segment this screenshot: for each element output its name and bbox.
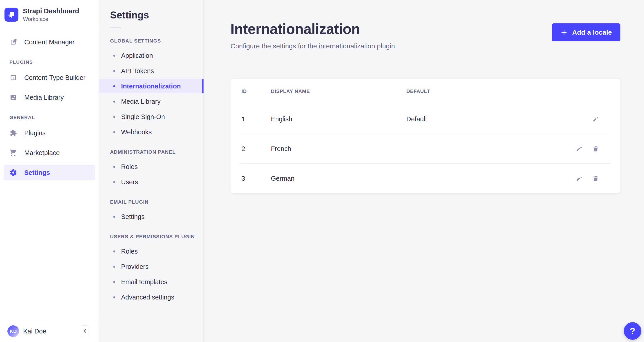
nav-section-label-plugins: PLUGINS xyxy=(4,59,95,65)
mainnav-sections: Content ManagerPLUGINSContent-Type Build… xyxy=(0,29,98,320)
brand-header: Strapi Dashboard Workplace xyxy=(0,0,98,29)
subnav-item-label: Internationalization xyxy=(121,83,181,90)
column-header-default: DEFAULT xyxy=(406,88,576,94)
sidebar-item-marketplace[interactable]: Marketplace xyxy=(4,145,95,161)
settings-gear-icon xyxy=(10,169,17,177)
subnav-item-label: Settings xyxy=(121,213,145,221)
content-manager-icon xyxy=(10,38,17,46)
subnav-section-label-users-permissions-plugin: USERS & PERMISSIONS PLUGIN xyxy=(99,234,204,240)
subnav-item-roles[interactable]: Roles xyxy=(99,159,204,174)
subnav-item-label: Users xyxy=(121,179,138,186)
sidebar-item-content-manager[interactable]: Content Manager xyxy=(4,34,95,50)
subnav-sections: GLOBAL SETTINGSApplicationAPI TokensInte… xyxy=(99,38,204,304)
subnav-item-internationalization[interactable]: Internationalization xyxy=(99,79,204,93)
subnav-item-label: Media Library xyxy=(121,98,160,105)
subnav-item-label: API Tokens xyxy=(121,67,154,75)
content-type-builder-icon xyxy=(10,74,17,81)
cell-id: 3 xyxy=(242,175,271,182)
bullet-icon xyxy=(113,85,115,87)
bullet-icon xyxy=(113,166,115,168)
table-body: 1EnglishDefault2French3German xyxy=(230,104,620,193)
subnav-item-webhooks[interactable]: Webhooks xyxy=(99,125,204,139)
brand-text: Strapi Dashboard Workplace xyxy=(23,7,79,22)
subnav-item-users[interactable]: Users xyxy=(99,175,204,189)
delete-german-button[interactable] xyxy=(592,175,599,182)
subnav-item-application[interactable]: Application xyxy=(99,48,204,63)
column-header-id: ID xyxy=(242,88,271,94)
subnav-item-roles[interactable]: Roles xyxy=(99,244,204,259)
cell-actions xyxy=(576,116,599,122)
cell-actions xyxy=(576,175,599,182)
bullet-icon xyxy=(113,131,115,133)
collapse-sidebar-button[interactable] xyxy=(81,325,90,337)
app-window: Strapi Dashboard Workplace Content Manag… xyxy=(0,0,644,342)
bullet-icon xyxy=(113,216,115,218)
add-locale-button[interactable]: Add a locale xyxy=(552,23,620,41)
table-row: 1EnglishDefault xyxy=(230,104,620,134)
bullet-icon xyxy=(113,296,115,298)
table-row: 2French xyxy=(230,134,620,163)
subnav-item-media-library[interactable]: Media Library xyxy=(99,94,204,109)
cell-actions xyxy=(576,145,599,152)
subnav-item-label: Roles xyxy=(121,163,138,170)
cell-display-name: German xyxy=(271,175,406,182)
subnav-item-single-sign-on[interactable]: Single Sign-On xyxy=(99,110,204,124)
marketplace-icon xyxy=(10,149,17,156)
subnav-item-label: Advanced settings xyxy=(121,294,174,301)
table-header: IDDISPLAY NAMEDEFAULT xyxy=(230,79,620,104)
user-name: Kai Doe xyxy=(23,327,46,335)
cell-default: Default xyxy=(406,115,576,123)
subnav-item-advanced-settings[interactable]: Advanced settings xyxy=(99,290,204,304)
edit-french-button[interactable] xyxy=(576,145,582,152)
subnav-item-label: Roles xyxy=(121,248,138,255)
sidebar-item-label: Media Library xyxy=(24,94,64,101)
table-row: 3German xyxy=(230,164,620,193)
sidebar-item-settings[interactable]: Settings xyxy=(4,165,95,181)
sidebar-item-plugins[interactable]: Plugins xyxy=(4,125,95,141)
subnav-item-label: Email templates xyxy=(121,278,167,286)
subnav-section-label-email-plugin: EMAIL PLUGIN xyxy=(99,199,204,205)
main-content: Internationalization Configure the setti… xyxy=(204,0,644,342)
settings-subnav: Settings GLOBAL SETTINGSApplicationAPI T… xyxy=(99,0,204,342)
sidebar-item-media-library[interactable]: Media Library xyxy=(4,90,95,105)
sidebar-item-label: Settings xyxy=(24,169,50,177)
cell-display-name: English xyxy=(271,115,406,123)
edit-german-button[interactable] xyxy=(576,175,582,182)
add-locale-button-label: Add a locale xyxy=(572,29,612,36)
bullet-icon xyxy=(113,70,115,72)
page-heading-block: Internationalization Configure the setti… xyxy=(230,21,395,50)
subnav-section-label-global-settings: GLOBAL SETTINGS xyxy=(99,38,204,44)
plus-icon xyxy=(560,29,568,36)
main-sidebar: Strapi Dashboard Workplace Content Manag… xyxy=(0,0,99,342)
bullet-icon xyxy=(113,281,115,283)
sidebar-item-content-type-builder[interactable]: Content-Type Builder xyxy=(4,70,95,86)
subnav-section-label-administration-panel: ADMINISTRATION PANEL xyxy=(99,149,204,155)
avatar[interactable]: KD xyxy=(8,325,19,337)
edit-english-button[interactable] xyxy=(592,116,599,122)
bullet-icon xyxy=(113,116,115,118)
sidebar-item-label: Marketplace xyxy=(24,149,60,156)
subnav-item-api-tokens[interactable]: API Tokens xyxy=(99,64,204,78)
bullet-icon xyxy=(113,55,115,57)
nav-section-label-general: GENERAL xyxy=(4,115,95,120)
cell-id: 2 xyxy=(242,145,271,152)
bullet-icon xyxy=(113,266,115,268)
subnav-item-email-templates[interactable]: Email templates xyxy=(99,275,204,289)
page-header: Internationalization Configure the setti… xyxy=(230,21,620,50)
bullet-icon xyxy=(113,250,115,252)
strapi-logo-icon xyxy=(4,8,18,22)
plugins-icon xyxy=(10,129,17,137)
subnav-item-providers[interactable]: Providers xyxy=(99,259,204,274)
delete-french-button[interactable] xyxy=(592,145,599,152)
subnav-item-label: Application xyxy=(121,52,153,59)
brand-subtitle: Workplace xyxy=(23,16,79,22)
subnav-item-label: Webhooks xyxy=(121,128,152,136)
subnav-item-label: Single Sign-On xyxy=(121,113,165,121)
help-button[interactable]: ? xyxy=(624,322,641,340)
subnav-item-settings[interactable]: Settings xyxy=(99,210,204,224)
media-library-icon xyxy=(10,94,17,101)
subnav-title: Settings xyxy=(99,10,204,21)
page-subtitle: Configure the settings for the internati… xyxy=(230,42,395,50)
cell-display-name: French xyxy=(271,145,406,152)
question-mark-icon: ? xyxy=(630,326,635,336)
